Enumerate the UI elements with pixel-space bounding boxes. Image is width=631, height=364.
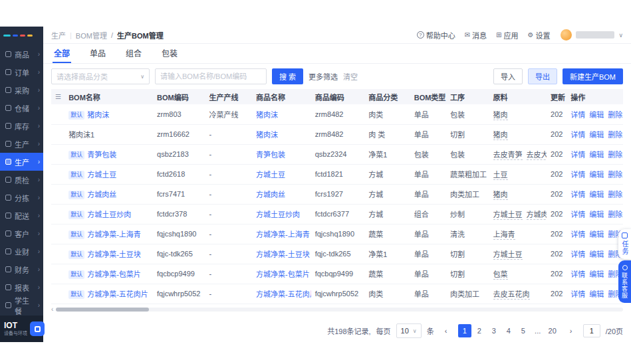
product-name-link[interactable]: 方城土豆 xyxy=(256,171,285,179)
topbar-message-button[interactable]: ✉消息 xyxy=(465,30,487,41)
sidebar-item-reports[interactable]: 报表› xyxy=(0,278,43,296)
create-bom-button[interactable]: 新建生产BOM xyxy=(563,68,623,84)
avatar[interactable] xyxy=(561,29,572,41)
user-menu-caret-icon[interactable]: ∨ xyxy=(618,32,623,39)
edit-link[interactable]: 编辑 xyxy=(589,211,604,219)
sidebar-item-customers[interactable]: 客户› xyxy=(0,225,43,242)
bom-name-link[interactable]: 方城肉丝 xyxy=(87,191,116,199)
task-floating-button[interactable]: 任务 xyxy=(618,229,631,259)
product-name-link[interactable]: 方城肉丝 xyxy=(256,191,285,199)
delete-link[interactable]: 删除 xyxy=(608,151,622,159)
product-name-link[interactable]: 方城土豆炒肉 xyxy=(256,211,300,219)
edit-link[interactable]: 编辑 xyxy=(589,250,604,258)
product-name-link[interactable]: 青笋包装 xyxy=(256,151,285,159)
keyword-input[interactable] xyxy=(155,68,267,84)
detail-link[interactable]: 详情 xyxy=(570,151,585,159)
edit-link[interactable]: 编辑 xyxy=(589,151,604,159)
category-select[interactable]: 请选择商品分类 ∨ xyxy=(51,68,150,84)
iot-panel[interactable]: IOT 设备与环境 xyxy=(0,316,43,342)
sidebar-item-biz-finance[interactable]: 业财› xyxy=(0,242,43,260)
sidebar-item-production-2[interactable]: 生产› xyxy=(0,153,43,171)
tab-1[interactable]: 单品 xyxy=(88,44,107,63)
bom-name-link[interactable]: 猪肉沫 xyxy=(87,111,109,119)
sidebar-item-purchase[interactable]: 采购› xyxy=(0,81,43,99)
prev-page-button[interactable]: ‹ xyxy=(440,324,453,337)
topbar-apps-button[interactable]: ⊞应用 xyxy=(496,30,518,41)
contact-service-floating-button[interactable]: 联系客服 xyxy=(618,260,631,303)
detail-link[interactable]: 详情 xyxy=(570,111,585,119)
topbar-help-button[interactable]: ?帮助中心 xyxy=(417,30,455,41)
bom-name-link[interactable]: 方城净菜-五花肉片 xyxy=(87,290,148,298)
page-ellipsis: ... xyxy=(531,324,545,337)
tab-2[interactable]: 组合 xyxy=(124,44,143,63)
edit-link[interactable]: 编辑 xyxy=(589,270,604,278)
delete-link[interactable]: 删除 xyxy=(608,191,622,199)
edit-link[interactable]: 编辑 xyxy=(589,191,604,199)
delete-link[interactable]: 删除 xyxy=(608,211,622,219)
sidebar-item-production-1[interactable]: 生产› xyxy=(0,135,43,153)
detail-link[interactable]: 详情 xyxy=(570,290,585,298)
product-name-link[interactable]: 方城净菜-五花肉片 xyxy=(256,290,311,298)
tab-3[interactable]: 包装 xyxy=(160,44,179,63)
sidebar-item-inventory[interactable]: 库存› xyxy=(0,117,43,135)
sidebar-item-warehouse[interactable]: 仓储› xyxy=(0,99,43,117)
page-jump-input[interactable] xyxy=(583,324,600,337)
export-button[interactable]: 导出 xyxy=(528,68,557,84)
bom-name-link[interactable]: 方城土豆 xyxy=(87,171,116,179)
sidebar-item-finance[interactable]: 财务› xyxy=(0,260,43,278)
detail-link[interactable]: 详情 xyxy=(570,211,585,219)
edit-link[interactable]: 编辑 xyxy=(589,290,604,298)
sidebar-item-orders[interactable]: 订单› xyxy=(0,63,43,81)
per-page-select[interactable]: 10 ∨ xyxy=(396,323,422,338)
detail-link[interactable]: 详情 xyxy=(570,171,585,179)
bom-name-link[interactable]: 方城净菜-土豆块 xyxy=(87,250,141,258)
edit-link[interactable]: 编辑 xyxy=(589,131,604,139)
sidebar-item-delivery[interactable]: 配送› xyxy=(0,207,43,225)
product-name-link[interactable]: 方城净菜-上海青 xyxy=(256,230,310,238)
sidebar-item-student-meal[interactable]: 学生餐› xyxy=(0,296,43,314)
page-button-20[interactable]: 20 xyxy=(546,324,559,337)
detail-link[interactable]: 详情 xyxy=(570,250,585,258)
search-button[interactable]: 搜 索 xyxy=(272,68,303,84)
column-settings-header[interactable]: ☰ xyxy=(51,89,64,104)
detail-link[interactable]: 详情 xyxy=(570,230,585,238)
sidebar-item-sorting[interactable]: 分拣› xyxy=(0,189,43,207)
page-button-5[interactable]: 5 xyxy=(517,324,530,337)
page-button-2[interactable]: 2 xyxy=(473,324,486,337)
edit-link[interactable]: 编辑 xyxy=(589,111,604,119)
import-button[interactable]: 导入 xyxy=(493,68,523,84)
breadcrumb-section[interactable]: BOM管理 xyxy=(76,30,107,41)
scroll-left-icon[interactable]: ‹ xyxy=(51,306,53,313)
scrollbar-thumb[interactable] xyxy=(56,308,149,312)
detail-link[interactable]: 详情 xyxy=(570,191,585,199)
edit-link[interactable]: 编辑 xyxy=(589,171,604,179)
sidebar-item-quality[interactable]: 质检› xyxy=(0,171,43,189)
tab-0[interactable]: 全部 xyxy=(53,44,71,63)
breadcrumb-root[interactable]: 生产 xyxy=(51,30,66,41)
product-name-link[interactable]: 方城净菜-包菜片 xyxy=(256,270,310,278)
page-button-4[interactable]: 4 xyxy=(502,324,515,337)
iot-subtitle: 设备与环境 xyxy=(4,330,27,336)
product-name-link[interactable]: 猪肉沫 xyxy=(256,131,278,139)
next-page-button[interactable]: › xyxy=(565,324,578,337)
delete-link[interactable]: 删除 xyxy=(608,131,622,139)
clear-filters-button[interactable]: 清空 xyxy=(343,71,358,82)
page-button-1[interactable]: 1 xyxy=(458,324,471,337)
bom-name-link[interactable]: 青笋包装 xyxy=(87,151,116,159)
bom-name-link[interactable]: 方城净菜-上海青 xyxy=(87,230,141,238)
detail-link[interactable]: 详情 xyxy=(570,131,585,139)
horizontal-scrollbar[interactable] xyxy=(56,308,623,312)
edit-link[interactable]: 编辑 xyxy=(589,230,604,238)
product-name-link[interactable]: 猪肉沫 xyxy=(256,111,278,119)
bom-name-link[interactable]: 方城净菜-包菜片 xyxy=(87,270,141,278)
detail-link[interactable]: 详情 xyxy=(570,270,585,278)
product-name-link[interactable]: 方城净菜-土豆块 xyxy=(256,250,310,258)
page-button-3[interactable]: 3 xyxy=(487,324,501,337)
sidebar-item-goods[interactable]: 商品› xyxy=(0,45,43,63)
topbar-settings-button[interactable]: ⚙设置 xyxy=(527,30,550,41)
bom-name-link[interactable]: 方城土豆炒肉 xyxy=(87,211,131,219)
brand-logo xyxy=(0,27,43,40)
delete-link[interactable]: 删除 xyxy=(608,171,622,179)
more-filters-button[interactable]: 更多筛选 xyxy=(309,71,338,82)
delete-link[interactable]: 删除 xyxy=(608,111,622,119)
